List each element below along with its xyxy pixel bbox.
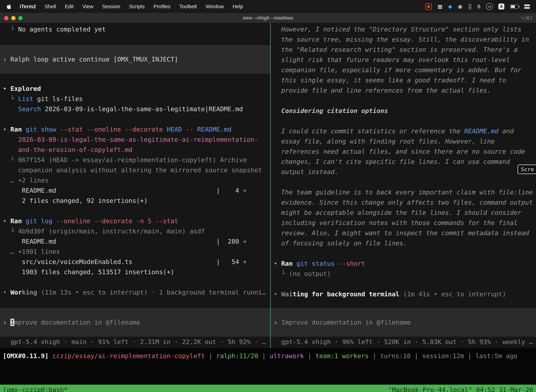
menu-shell[interactable]: Shell [40, 4, 61, 9]
right-pane-status: gpt-5.4 xhigh · 96% left · 520K in · 5.8… [271, 336, 536, 348]
window-title-bar[interactable]: omx --xhigh --madmax ⌥⌘1 [0, 13, 536, 23]
screen-share-tooltip: Scre [517, 165, 536, 174]
blue-app-icon[interactable]: ◆ [448, 4, 452, 9]
text-run: output instead. [274, 168, 338, 175]
text-run: Ran [281, 260, 297, 267]
text-run: No agents completed yet [18, 26, 106, 33]
terminal-line: 2026-03-09-is-legal-the-same-as-legitima… [0, 135, 270, 145]
bottom-gap [0, 364, 536, 385]
text-run: team:1 workers [315, 352, 368, 359]
terminal-line: provide file and line references from th… [271, 85, 536, 96]
terminal-line: of focusing solely on file lines. [271, 238, 536, 248]
screen-recording-icon[interactable] [425, 3, 432, 10]
eight-app-icon[interactable]: 8 [478, 4, 480, 9]
terminal-line: evidence. Since this change only affects… [271, 197, 536, 208]
control-center-icon[interactable] [524, 5, 530, 9]
terminal-line: └ 4b9d30f (origin/main, instructkr/main,… [0, 226, 270, 236]
text-run: git ls-files [33, 95, 83, 103]
text-run: and [498, 127, 514, 135]
menu-view[interactable]: View [78, 4, 98, 9]
text-run: (11m 13s • esc to interrupt) · 1 backgro… [37, 289, 266, 296]
text-run: README.md [197, 126, 231, 133]
terminal-line: The team guideline is to back every impo… [271, 187, 536, 197]
text-run: However, I noticed the "Directory Struct… [274, 26, 522, 33]
text-run: evidence. Since this change only affects… [274, 199, 533, 206]
close-window-button[interactable] [4, 16, 9, 20]
menu-help[interactable]: Help [228, 4, 247, 9]
text-run: --oneline --decorate -n 5 --stat [56, 217, 178, 225]
terminal-line [0, 277, 270, 287]
badge-61-icon[interactable]: .61 [486, 3, 493, 10]
terminal-line: 2 files changed, 92 insertions(+) [0, 196, 270, 206]
dark-circle-app-icon[interactable]: ◉ [458, 4, 462, 9]
terminal-line: 1903 files changed, 513517 insertions(+) [0, 267, 270, 277]
menu-toolbelt[interactable]: Toolbelt [175, 4, 201, 9]
menu-window[interactable]: Window [201, 4, 228, 9]
text-run: slight risk that future readers may over… [274, 56, 510, 63]
text-run: • [3, 126, 10, 133]
menu-scripts[interactable]: Scripts [125, 4, 149, 9]
terminal-line: README.md | 280 + [0, 236, 270, 247]
terminal-line: └ List git ls-files [0, 94, 270, 104]
terminal-line: • Explored [0, 84, 270, 94]
text-run: Ran [10, 217, 26, 225]
right-pane-output: However, I noticed the "Directory Struct… [271, 23, 536, 308]
input-source-icon[interactable]: A [498, 4, 504, 9]
right-terminal-pane[interactable]: However, I noticed the "Directory Struct… [271, 23, 536, 348]
terminal-line [0, 206, 270, 216]
terminal-line: › Ralph loop active continue [OMX_TMUX_I… [0, 54, 270, 65]
terminal-line: Considering citation options [271, 106, 536, 116]
apple-menu[interactable] [2, 4, 15, 9]
text-run: --short [338, 260, 365, 267]
menu-items: ShellEditViewSessionScriptsProfilesToolb… [40, 4, 247, 9]
terminal-line: › Improve documentation in @filename [0, 317, 270, 327]
text-run [3, 136, 18, 143]
terminal-line: Search 2026-03-09-is-legal-the-same-as-l… [0, 104, 270, 114]
terminal-line: review. Also, I might want to inspect th… [271, 228, 536, 238]
text-run: I could cite commit statistics or refere… [274, 127, 464, 135]
terminal-line: and-the-erosion-of-copyleft.md [0, 145, 270, 155]
text-run: git status [297, 260, 338, 267]
battery-icon[interactable] [510, 5, 518, 9]
text-run: and-the-erosion-of-copyleft.md [18, 146, 132, 153]
terminal-line: gpt-5.4 xhigh · main · 91% left · 2.31M … [0, 337, 270, 347]
text-run: | [369, 352, 380, 359]
menu-app-name[interactable]: iTerm2 [15, 4, 40, 9]
omx-status-bar: [OMX#0.11.9] cczip/essay/ai-reimplementa… [0, 348, 536, 364]
text-run: ralph:11/20 [216, 352, 258, 359]
text-run: the "Related research writing" section i… [274, 46, 517, 53]
right-pane-input[interactable]: › Improve documentation in @filename [271, 308, 536, 336]
text-run: turns:10 [380, 352, 411, 359]
text-run: ultrawork [270, 352, 304, 359]
terminal-line [271, 177, 536, 187]
menu-profiles[interactable]: Profiles [149, 4, 175, 9]
terminal-line: companion analysis without altering the … [0, 165, 270, 175]
text-run: essay file, along with finding root file… [274, 138, 495, 145]
text-run: -- [186, 126, 197, 133]
text-run: Wai [281, 290, 293, 298]
text-run: | [411, 352, 422, 359]
text-run: | [258, 352, 270, 359]
left-pane-input[interactable]: › Improve documentation in @filename [0, 308, 270, 336]
zoom-window-button[interactable] [18, 16, 23, 20]
dots-grid-icon[interactable]: ⣿ [468, 4, 472, 9]
text-run: might be acceptable alongside the file l… [274, 209, 522, 216]
text-run: | [304, 352, 315, 359]
menu-edit[interactable]: Edit [60, 4, 78, 9]
text-run: Ralph loop active continue [OMX_TMUX_INJ… [10, 56, 178, 63]
text-run: gpt-5.4 xhigh · 96% left · 520K in · 5.8… [274, 338, 533, 345]
text-run: … +2 lines [3, 177, 48, 184]
terminal-line: • Ran git log --oneline --decorate -n 5 … [0, 216, 270, 226]
menu-session[interactable]: Session [98, 4, 125, 9]
terminal-line: the source tree, missing the essay. Stil… [271, 34, 536, 45]
minimize-window-button[interactable] [11, 16, 15, 20]
grid-app-icon[interactable]: ▦ [438, 4, 442, 9]
left-terminal-pane[interactable]: └ No agents completed yet› Ralph loop ac… [0, 23, 270, 348]
left-pane-output: └ No agents completed yet› Ralph loop ac… [0, 23, 270, 308]
text-run: 067f154 (HEAD -> essay/ai-reimplementati… [18, 156, 247, 163]
terminal-line: • Ran git show --stat --oneline --decora… [0, 124, 270, 135]
text-run: • [274, 260, 281, 267]
terminal-line [271, 116, 536, 126]
terminal-line: slight risk that future readers may over… [271, 55, 536, 65]
terminal-line: might be acceptable alongside the file l… [271, 208, 536, 218]
